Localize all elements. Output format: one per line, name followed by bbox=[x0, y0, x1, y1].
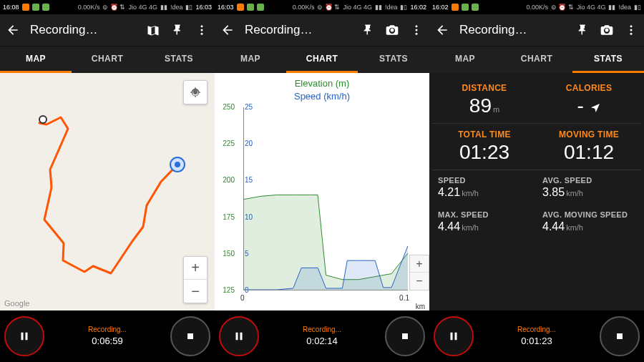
status-carrier: Jio 4G 4G bbox=[343, 4, 372, 11]
stop-button[interactable] bbox=[600, 316, 640, 356]
zoom-in-button[interactable]: + bbox=[184, 257, 207, 280]
chart-canvas[interactable]: Elevation (m) Speed (km/h) 250 225 200 1… bbox=[215, 73, 429, 310]
pin-icon[interactable] bbox=[361, 23, 375, 37]
ytick-elev: 200 bbox=[216, 176, 235, 184]
ytick-elev: 125 bbox=[216, 286, 235, 294]
stop-button[interactable] bbox=[170, 316, 210, 356]
recording-label: Recording... bbox=[88, 325, 127, 335]
screen-stats: 16:02 0.00K/s ⊚ ⏰ ⇅ Jio 4G 4G ▮▮ !dea ▮▯… bbox=[429, 0, 644, 362]
svg-point-3 bbox=[39, 116, 47, 123]
stat-max-speed: MAX. SPEED 4.44km/h bbox=[432, 205, 537, 239]
xtick: 0 bbox=[240, 294, 245, 302]
tab-chart[interactable]: CHART bbox=[286, 47, 358, 73]
status-carrier2: !dea bbox=[385, 4, 398, 11]
status-clock-r: 16:02 bbox=[410, 4, 426, 11]
back-icon[interactable] bbox=[435, 23, 449, 37]
svg-point-1 bbox=[201, 29, 203, 31]
tab-chart[interactable]: CHART bbox=[72, 47, 143, 73]
overflow-icon[interactable] bbox=[624, 23, 638, 37]
stats-panel: DISTANCE 89m CALORIES - TOTAL TIME 01:23… bbox=[429, 73, 644, 310]
map-canvas[interactable]: + − Google bbox=[0, 73, 215, 310]
stat-calories: CALORIES - bbox=[537, 77, 641, 123]
stat-avg-moving-speed: AVG. MOVING SPEED 4.44km/h bbox=[537, 205, 641, 239]
status-net: 0.00K/s bbox=[78, 4, 100, 11]
svg-point-9 bbox=[416, 33, 418, 35]
tab-map[interactable]: MAP bbox=[0, 47, 72, 73]
status-clock-r: 16:03 bbox=[195, 4, 212, 11]
recording-info: Recording... 0:06:59 bbox=[44, 325, 170, 348]
svg-point-12 bbox=[630, 29, 633, 31]
pin-icon[interactable] bbox=[575, 23, 590, 37]
svg-point-5 bbox=[175, 162, 180, 167]
svg-rect-14 bbox=[617, 333, 623, 339]
status-clock: 16:08 bbox=[3, 4, 19, 11]
status-carrier2: !dea bbox=[618, 4, 631, 11]
status-bar: 16:02 0.00K/s ⊚ ⏰ ⇅ Jio 4G 4G ▮▮ !dea ▮▯ bbox=[429, 0, 644, 14]
status-carrier: Jio 4G 4G bbox=[128, 4, 157, 11]
camera-icon[interactable] bbox=[600, 23, 614, 37]
svg-point-13 bbox=[630, 33, 633, 35]
app-bar: Recording… bbox=[0, 14, 215, 46]
tab-map[interactable]: MAP bbox=[429, 47, 501, 73]
appbar-title: Recording… bbox=[459, 23, 565, 37]
recording-label: Recording... bbox=[517, 325, 556, 335]
map-attribution: Google bbox=[4, 299, 29, 308]
recording-info: Recording... 0:02:14 bbox=[259, 325, 385, 348]
status-carrier: Jio 4G 4G bbox=[577, 4, 606, 11]
my-location-button[interactable] bbox=[183, 80, 208, 104]
map-icon[interactable] bbox=[146, 23, 160, 37]
chart-zoom-control: + − bbox=[409, 255, 429, 290]
ytick-elev: 250 bbox=[216, 103, 235, 111]
stat-total-time: TOTAL TIME 01:23 bbox=[432, 124, 537, 170]
chart-plot bbox=[244, 107, 408, 290]
overflow-icon[interactable] bbox=[195, 23, 209, 37]
svg-point-0 bbox=[201, 25, 203, 27]
svg-point-2 bbox=[201, 33, 203, 35]
ytick-elev: 225 bbox=[216, 140, 235, 147]
pin-icon[interactable] bbox=[170, 23, 185, 37]
recording-controls: Recording... 0:06:59 bbox=[0, 310, 215, 362]
stop-button[interactable] bbox=[385, 316, 425, 356]
pause-button[interactable] bbox=[4, 316, 44, 356]
map-zoom-control: + − bbox=[183, 256, 208, 303]
recording-info: Recording... 0:01:23 bbox=[474, 325, 600, 348]
status-net: 0.00K/s bbox=[293, 4, 315, 11]
status-bar: 16:03 0.00K/s ⊚ ⏰ ⇅ Jio 4G 4G ▮▮ !dea ▮▯… bbox=[215, 0, 429, 14]
status-clock: 16:03 bbox=[218, 4, 234, 11]
chart-title: Elevation (m) Speed (km/h) bbox=[215, 73, 429, 102]
recording-elapsed: 0:06:59 bbox=[92, 335, 122, 348]
recording-label: Recording... bbox=[303, 325, 341, 335]
screen-map: 16:08 0.00K/s ⊚ ⏰ ⇅ Jio 4G 4G ▮▮ !dea ▮▯… bbox=[0, 0, 215, 362]
tab-stats[interactable]: STATS bbox=[572, 47, 644, 73]
screen-chart: 16:03 0.00K/s ⊚ ⏰ ⇅ Jio 4G 4G ▮▮ !dea ▮▯… bbox=[215, 0, 429, 362]
location-arrow-icon bbox=[590, 102, 601, 114]
back-icon[interactable] bbox=[220, 23, 235, 37]
zoom-out-button[interactable]: − bbox=[184, 280, 207, 303]
pause-button[interactable] bbox=[434, 316, 474, 356]
x-unit: km bbox=[416, 303, 425, 310]
back-icon[interactable] bbox=[6, 23, 20, 37]
tab-bar: MAP CHART STATS bbox=[215, 46, 429, 73]
status-net: 0.00K/s bbox=[526, 4, 548, 11]
gps-track-path bbox=[0, 73, 215, 309]
tab-stats[interactable]: STATS bbox=[143, 47, 215, 73]
svg-rect-10 bbox=[402, 333, 408, 339]
chart-zoom-in[interactable]: + bbox=[410, 255, 429, 273]
svg-rect-6 bbox=[187, 333, 193, 339]
chart-zoom-out[interactable]: − bbox=[410, 273, 429, 290]
recording-elapsed: 0:01:23 bbox=[521, 335, 552, 348]
svg-point-7 bbox=[416, 25, 418, 27]
overflow-icon[interactable] bbox=[409, 23, 424, 37]
camera-icon[interactable] bbox=[385, 23, 399, 37]
ytick-elev: 175 bbox=[216, 213, 235, 221]
stat-moving-time: MOVING TIME 01:12 bbox=[537, 124, 641, 170]
tab-bar: MAP CHART STATS bbox=[429, 46, 644, 73]
pause-button[interactable] bbox=[219, 316, 259, 356]
ytick-elev: 150 bbox=[216, 250, 235, 258]
tab-map[interactable]: MAP bbox=[215, 47, 286, 73]
tab-chart[interactable]: CHART bbox=[501, 47, 572, 73]
tab-stats[interactable]: STATS bbox=[358, 47, 429, 73]
stat-avg-speed: AVG. SPEED 3.85km/h bbox=[537, 170, 641, 205]
recording-elapsed: 0:02:14 bbox=[306, 335, 337, 348]
recording-controls: Recording... 0:01:23 bbox=[429, 310, 644, 362]
